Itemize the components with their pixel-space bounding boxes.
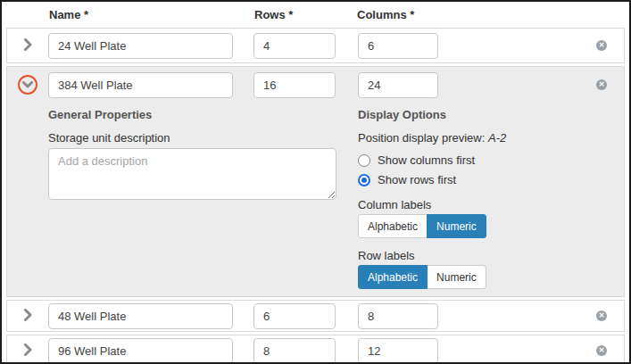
table-row: ✕ General Properties Storage unit descri… [6, 66, 625, 297]
plate-name-input[interactable] [48, 72, 233, 98]
row-main: ✕ [7, 67, 624, 103]
row-labels-title: Row labels [358, 249, 506, 263]
collapse-row-button[interactable] [7, 75, 48, 95]
column-labels-toggle: Alphabetic Numeric [358, 214, 486, 238]
plate-name-input[interactable] [48, 33, 233, 59]
storage-description-label: Storage unit description [48, 131, 337, 145]
table-row: ✕ [6, 300, 625, 332]
radio-unselected-icon[interactable] [358, 154, 370, 167]
column-labels-numeric-button[interactable]: Numeric [427, 214, 486, 238]
display-options-section: Display Options Position display preview… [358, 108, 506, 289]
radio-show-rows-first[interactable]: Show rows first [358, 172, 506, 187]
position-display-preview: Position display preview: A-2 [358, 131, 506, 145]
plate-rows-input[interactable] [253, 303, 336, 329]
plate-rows-input[interactable] [253, 72, 336, 98]
display-options-title: Display Options [358, 108, 506, 122]
preview-value: A-2 [488, 131, 506, 145]
remove-row-icon[interactable]: ✕ [596, 40, 607, 51]
rows-column-header: Rows * [254, 8, 357, 21]
plate-columns-input[interactable] [358, 72, 438, 98]
chevron-down-icon [18, 75, 37, 95]
chevron-right-icon [23, 343, 32, 359]
row-main: ✕ [7, 29, 624, 62]
remove-row-icon[interactable]: ✕ [596, 310, 607, 321]
name-column-header: Name * [49, 8, 254, 21]
table-row: ✕ [6, 335, 625, 364]
row-main: ✕ [7, 301, 624, 331]
general-properties-title: General Properties [48, 108, 337, 122]
plate-rows-input[interactable] [253, 338, 336, 364]
plate-columns-input[interactable] [358, 33, 438, 59]
expand-row-button[interactable] [7, 309, 48, 324]
plate-columns-input[interactable] [358, 338, 438, 364]
table-row: ✕ [6, 28, 625, 63]
row-labels-numeric-button[interactable]: Numeric [427, 265, 486, 289]
well-plate-editor: Name * Rows * Columns * ✕ [0, 0, 631, 364]
storage-description-textarea[interactable] [48, 148, 336, 200]
expand-row-button[interactable] [7, 343, 48, 359]
columns-column-header: Columns * [357, 8, 414, 21]
chevron-right-icon [23, 38, 32, 54]
radio-selected-icon[interactable] [358, 174, 370, 186]
expanded-details: General Properties Storage unit descript… [7, 103, 624, 296]
radio-label: Show rows first [378, 173, 456, 186]
chevron-right-icon [23, 309, 32, 324]
radio-label: Show columns first [378, 153, 475, 167]
column-headers: Name * Rows * Columns * [2, 2, 629, 28]
plate-columns-input[interactable] [358, 303, 438, 329]
general-properties-section: General Properties Storage unit descript… [48, 108, 337, 289]
row-main: ✕ [7, 335, 624, 364]
remove-row-icon[interactable]: ✕ [596, 345, 607, 356]
remove-row-icon[interactable]: ✕ [596, 79, 607, 90]
plate-rows-input[interactable] [253, 33, 336, 59]
column-labels-title: Column labels [358, 198, 506, 212]
plate-name-input[interactable] [48, 303, 233, 329]
row-labels-alphabetic-button[interactable]: Alphabetic [358, 265, 428, 289]
radio-show-columns-first[interactable]: Show columns first [358, 153, 506, 168]
column-labels-alphabetic-button[interactable]: Alphabetic [358, 214, 428, 238]
plate-name-input[interactable] [48, 338, 233, 364]
expand-row-button[interactable] [7, 38, 48, 54]
row-labels-toggle: Alphabetic Numeric [358, 265, 486, 289]
preview-label: Position display preview: [358, 131, 485, 145]
